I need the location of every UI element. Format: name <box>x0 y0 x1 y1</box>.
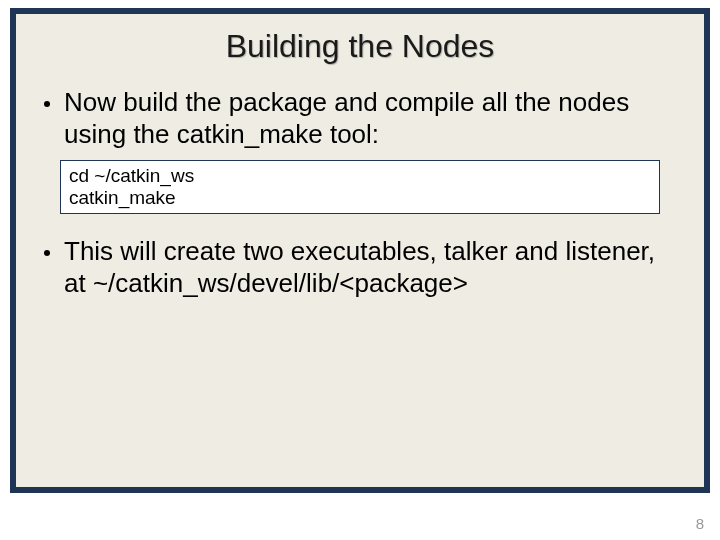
slide-title: Building the Nodes <box>16 28 704 65</box>
page-number: 8 <box>696 515 704 532</box>
slide-frame: Building the Nodes Now build the package… <box>10 8 710 493</box>
code-line: catkin_make <box>69 187 651 209</box>
bullet-item: Now build the package and compile all th… <box>42 87 678 150</box>
bullet-dot-icon <box>44 101 50 107</box>
bullet-text: Now build the package and compile all th… <box>64 87 678 150</box>
bullet-text: This will create two executables, talker… <box>64 236 678 299</box>
slide-inner: Building the Nodes Now build the package… <box>16 14 704 487</box>
bullet-item: This will create two executables, talker… <box>42 236 678 299</box>
code-line: cd ~/catkin_ws <box>69 165 651 187</box>
slide-content: Now build the package and compile all th… <box>16 87 704 300</box>
code-box: cd ~/catkin_ws catkin_make <box>60 160 660 214</box>
bullet-dot-icon <box>44 250 50 256</box>
